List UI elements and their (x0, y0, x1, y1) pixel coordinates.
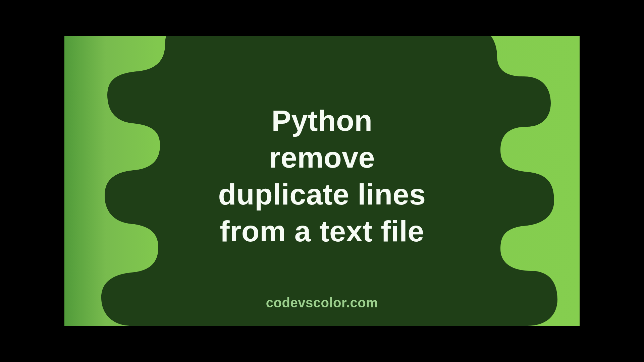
content-area: Python remove duplicate lines from a tex… (64, 36, 580, 326)
banner-title: Python remove duplicate lines from a tex… (218, 102, 426, 250)
brand-watermark: codevscolor.com (266, 295, 378, 310)
banner-card: Python remove duplicate lines from a tex… (64, 36, 580, 326)
